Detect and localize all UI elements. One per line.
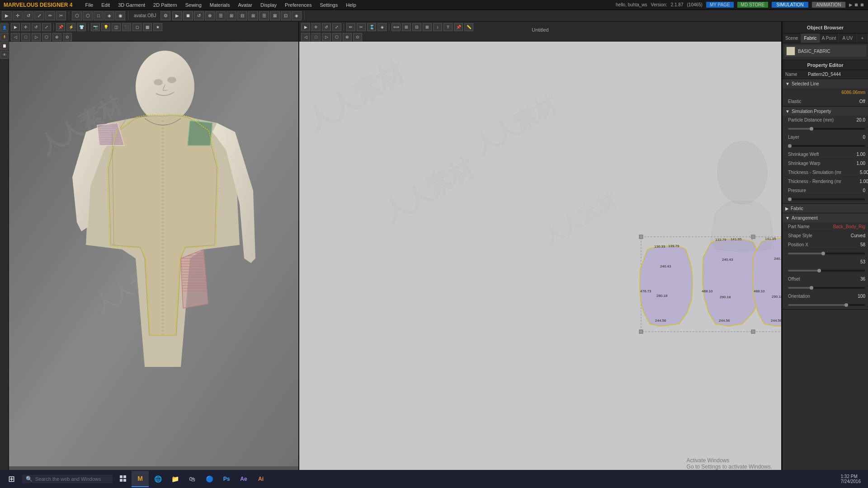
3d-light-btn[interactable]: 💡	[101, 23, 110, 31]
viewport2d-content[interactable]: 人人素材 人人素材 人人素材 人人素材	[299, 42, 781, 488]
add-tab-btn[interactable]: +	[857, 33, 868, 43]
view4-btn[interactable]: ◈	[104, 11, 114, 20]
layer-slider[interactable]	[788, 145, 865, 147]
2d-grain-btn[interactable]: ↕	[433, 23, 442, 31]
3d-pin-btn[interactable]: 📌	[56, 23, 65, 31]
sidebar-icon-4[interactable]: 👁	[0, 51, 9, 59]
2d-r2-btn4[interactable]: ⬡	[332, 33, 341, 41]
taskbar-search-input[interactable]	[35, 476, 103, 482]
3d-select-btn[interactable]: ▶	[11, 23, 20, 31]
2d-move-btn[interactable]: ✛	[311, 23, 321, 31]
3d-texture-btn[interactable]: ▦	[143, 23, 152, 31]
2d-scale-btn[interactable]: ⤢	[332, 23, 341, 31]
3d-cloth-btn[interactable]: 👕	[77, 23, 86, 31]
menu-preferences[interactable]: Preferences	[281, 1, 315, 9]
offset-slider-thumb[interactable]	[810, 286, 813, 290]
3d-move-btn[interactable]: ✛	[21, 23, 30, 31]
2d-pin-btn[interactable]: 📌	[454, 23, 463, 31]
avatar-settings-btn[interactable]: ⚙	[160, 11, 170, 20]
tab-fabric[interactable]: Fabric	[801, 33, 820, 43]
2d-sew-btn[interactable]: 🧵	[367, 23, 376, 31]
view1-btn[interactable]: ⬡	[72, 11, 82, 20]
tab-a-point[interactable]: A Point	[820, 33, 839, 43]
orientation-slider[interactable]	[788, 304, 865, 306]
3d-r1-btn6[interactable]: ⊙	[63, 33, 72, 41]
menu-materials[interactable]: Materials	[206, 1, 234, 9]
sim-tool1-btn[interactable]: ⊕	[205, 11, 215, 20]
3d-wire-btn[interactable]: ◫	[112, 23, 121, 31]
start-button[interactable]: ⊞	[4, 472, 19, 486]
pressure-slider-thumb[interactable]	[788, 197, 792, 201]
2d-r2-btn5[interactable]: ⊕	[343, 33, 352, 41]
taskbar-icon-ie[interactable]: 🌐	[150, 471, 166, 487]
3d-sim-btn[interactable]: ⚡	[66, 23, 75, 31]
menu-3d-garment[interactable]: 3D Garment	[114, 1, 149, 9]
sim-tool7-btn[interactable]: ⊠	[270, 11, 280, 20]
3d-r1-btn3[interactable]: ▷	[32, 33, 41, 41]
2d-r2-btn1[interactable]: ◁	[301, 33, 310, 41]
2d-r2-btn2[interactable]: □	[311, 33, 321, 41]
view3-btn[interactable]: □	[94, 11, 104, 20]
animation-button[interactable]: ANIMATION	[812, 2, 846, 8]
select-tool-btn[interactable]: ▶	[2, 11, 12, 20]
rotate-tool-btn[interactable]: ↺	[24, 11, 33, 20]
position-y-slider[interactable]	[788, 270, 865, 272]
2d-unfold-btn[interactable]: ⊟	[412, 23, 421, 31]
orientation-slider-row[interactable]	[783, 301, 868, 309]
menu-display[interactable]: Display	[257, 1, 280, 9]
sim-tool9-btn[interactable]: ◈	[292, 11, 302, 20]
menu-file[interactable]: File	[81, 1, 97, 9]
2d-text-btn[interactable]: T	[443, 23, 453, 31]
3d-r1-btn5[interactable]: ⊕	[52, 33, 61, 41]
position-x-slider-row[interactable]	[783, 249, 868, 258]
viewport3d-content[interactable]: 人人素材 人人素材 人人素材	[9, 42, 298, 488]
sim-tool3-btn[interactable]: ⊞	[226, 11, 236, 20]
tool5-btn[interactable]: ✏	[45, 11, 55, 20]
2d-rotate-btn[interactable]: ↺	[322, 23, 331, 31]
taskbar-icon-ae[interactable]: Ae	[236, 471, 252, 487]
2d-pen-btn[interactable]: ✏	[346, 23, 355, 31]
md-store-button[interactable]: MD STORE	[737, 2, 769, 8]
particle-dist-slider[interactable]	[788, 128, 865, 130]
particle-dist-slider-row[interactable]	[783, 125, 868, 133]
sim-reset-btn[interactable]: ↺	[194, 11, 204, 20]
sim-btn-tb[interactable]: ▶	[172, 11, 182, 20]
pattern-piece-1[interactable]: 130.33 139.79 240.43 476.73 280.18 244.5…	[640, 244, 693, 326]
taskbar-icon-folder[interactable]: 📁	[167, 471, 183, 487]
move-tool-btn[interactable]: ✛	[13, 11, 23, 20]
sim-tool6-btn[interactable]: ☰	[259, 11, 269, 20]
taskbar-task-view-btn[interactable]	[115, 471, 132, 487]
view2-btn[interactable]: ⬡	[83, 11, 93, 20]
particle-dist-slider-thumb[interactable]	[810, 127, 813, 131]
taskbar-icon-store[interactable]: 🛍	[184, 471, 200, 487]
menu-sewing[interactable]: Sewing	[182, 1, 205, 9]
tool6-btn[interactable]: ✂	[56, 11, 66, 20]
position-x-slider[interactable]	[788, 253, 865, 254]
3d-xray-btn[interactable]: ◻	[132, 23, 142, 31]
2d-seam-btn[interactable]: ⊠	[423, 23, 432, 31]
3d-scale-btn[interactable]: ⤢	[42, 23, 51, 31]
position-y-slider-thumb[interactable]	[817, 269, 821, 272]
sim-stop-btn[interactable]: ⏹	[183, 11, 193, 20]
2d-select-btn[interactable]: ▶	[301, 23, 310, 31]
sidebar-icon-3[interactable]: 📋	[0, 42, 9, 50]
menu-settings[interactable]: Settings	[316, 1, 341, 9]
taskbar-icon-chrome[interactable]: 🔵	[201, 471, 217, 487]
3d-solid-btn[interactable]: ⬛	[122, 23, 131, 31]
3d-r1-btn4[interactable]: ⬡	[42, 33, 51, 41]
sim-tool8-btn[interactable]: ⊡	[281, 11, 291, 20]
offset-slider[interactable]	[788, 287, 865, 289]
pressure-slider[interactable]	[788, 198, 865, 200]
arrangement-header[interactable]: ▼ Arrangement	[783, 213, 868, 222]
2d-mirror-btn[interactable]: ⟺	[392, 23, 401, 31]
menu-avatar[interactable]: Avatar	[234, 1, 256, 9]
taskbar-icon-photoshop[interactable]: Ps	[218, 471, 235, 487]
tab-scene[interactable]: Scene	[783, 33, 801, 43]
selected-line-header[interactable]: ▼ Selected Line	[783, 79, 868, 88]
sim-tool2-btn[interactable]: ☰	[216, 11, 226, 20]
2d-cut-btn[interactable]: ✂	[357, 23, 366, 31]
sim-tool4-btn[interactable]: ⊟	[237, 11, 247, 20]
layer-slider-row[interactable]	[783, 142, 868, 150]
orientation-slider-thumb[interactable]	[844, 303, 848, 307]
tab-a-uv[interactable]: A UV	[839, 33, 857, 43]
